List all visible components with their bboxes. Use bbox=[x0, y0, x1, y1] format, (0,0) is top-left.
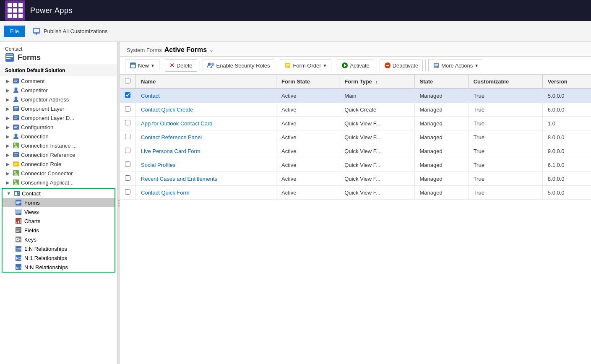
sidebar-item-competitor[interactable]: ▶ Competitor bbox=[0, 86, 117, 95]
row-form-type-cell: Quick Create bbox=[339, 103, 414, 117]
table-row[interactable]: Contact Reference PanelActiveQuick View … bbox=[120, 130, 591, 144]
select-all-checkbox-col[interactable] bbox=[120, 75, 136, 88]
more-actions-dropdown-arrow[interactable]: ▼ bbox=[474, 63, 479, 68]
expand-icon[interactable]: ▶ bbox=[5, 143, 11, 148]
file-button[interactable]: File bbox=[4, 26, 25, 37]
toolbar-separator-5 bbox=[377, 60, 377, 71]
row-name-cell[interactable]: Contact Quick Create bbox=[136, 103, 276, 117]
svg-point-72 bbox=[211, 63, 214, 66]
publish-all-button[interactable]: Publish All Customizations bbox=[28, 25, 111, 38]
sidebar-child-keys[interactable]: Keys bbox=[3, 235, 115, 244]
sidebar-item-connection-reference[interactable]: ▶ Connection Reference bbox=[0, 150, 117, 159]
collapse-icon[interactable]: ▼ bbox=[6, 190, 12, 196]
apps-grid-icon[interactable] bbox=[5, 0, 25, 21]
row-checkbox[interactable] bbox=[125, 92, 130, 98]
row-checkbox[interactable] bbox=[125, 106, 130, 112]
col-state[interactable]: State bbox=[414, 75, 468, 88]
col-customizable[interactable]: Customizable bbox=[468, 75, 542, 88]
sidebar-child-views[interactable]: Views bbox=[3, 207, 115, 216]
expand-icon[interactable]: ▶ bbox=[5, 179, 11, 185]
table-row[interactable]: Social ProfilesActiveQuick View F...Mana… bbox=[120, 158, 591, 172]
new-dropdown-arrow[interactable]: ▼ bbox=[151, 63, 155, 68]
sidebar-item-label: Contact bbox=[22, 190, 111, 197]
row-name-cell[interactable]: Social Profiles bbox=[136, 158, 276, 172]
expand-icon[interactable]: ▶ bbox=[5, 133, 11, 139]
row-name-link[interactable]: Contact Quick Create bbox=[141, 107, 193, 113]
row-checkbox[interactable] bbox=[125, 161, 130, 167]
row-name-cell[interactable]: Live Persona Card Form bbox=[136, 144, 276, 158]
form-order-button[interactable]: Form Order ▼ bbox=[280, 60, 331, 71]
expand-icon[interactable]: ▶ bbox=[5, 115, 11, 121]
more-actions-label: More Actions bbox=[441, 62, 473, 69]
row-name-link[interactable]: Contact bbox=[141, 93, 160, 99]
activate-button[interactable]: Activate bbox=[337, 60, 374, 71]
expand-icon[interactable]: ▶ bbox=[5, 170, 11, 176]
col-name[interactable]: Name bbox=[136, 75, 276, 88]
col-version[interactable]: Version bbox=[542, 75, 591, 88]
more-actions-button[interactable]: More Actions ▼ bbox=[428, 60, 483, 71]
keys-icon bbox=[15, 236, 22, 243]
sidebar-item-connector-connector[interactable]: ▶ Connector Connector bbox=[0, 169, 117, 178]
table-row[interactable]: App for Outlook Contact CardActiveQuick … bbox=[120, 117, 591, 130]
row-checkbox[interactable] bbox=[125, 120, 130, 125]
expand-icon[interactable]: ▶ bbox=[5, 124, 11, 130]
table-row[interactable]: Recent Cases and EntitlementsActiveQuick… bbox=[120, 172, 591, 186]
enable-security-roles-button[interactable]: Enable Security Roles bbox=[203, 60, 275, 71]
expand-icon[interactable]: ▶ bbox=[5, 106, 11, 112]
sidebar-item-connection-instance[interactable]: ▶ Connection Instance ... bbox=[0, 141, 117, 150]
sidebar-item-connection[interactable]: ▶ Connection bbox=[0, 132, 117, 141]
entity-icon bbox=[13, 105, 19, 112]
sidebar-child-forms[interactable]: Forms bbox=[3, 198, 115, 207]
sidebar-item-comment[interactable]: ▶ Comment bbox=[0, 76, 117, 86]
row-name-cell[interactable]: Contact Reference Panel bbox=[136, 130, 276, 144]
svg-rect-58 bbox=[16, 231, 19, 232]
sidebar-item-consuming-applicat[interactable]: ▶ Consuming Applicat... bbox=[0, 178, 117, 187]
new-button[interactable]: New ▼ bbox=[125, 60, 159, 71]
sidebar-item-configuration[interactable]: ▶ Configuration bbox=[0, 122, 117, 132]
row-name-link[interactable]: Contact Reference Panel bbox=[141, 134, 202, 140]
row-checkbox[interactable] bbox=[125, 175, 130, 181]
sidebar-item-contact[interactable]: ▼ Contact bbox=[3, 189, 115, 198]
row-name-link[interactable]: App for Outlook Contact Card bbox=[141, 120, 213, 127]
col-form-state[interactable]: Form State bbox=[276, 75, 339, 88]
row-checkbox[interactable] bbox=[125, 134, 130, 139]
sidebar-item-component-layer-d[interactable]: ▶ Component Layer D... bbox=[0, 113, 117, 122]
select-all-checkbox[interactable] bbox=[125, 78, 130, 83]
deactivate-button[interactable]: Deactivate bbox=[380, 60, 423, 71]
table-row[interactable]: Contact Quick CreateActiveQuick CreateMa… bbox=[120, 103, 591, 117]
row-name-link[interactable]: Recent Cases and Entitlements bbox=[141, 176, 217, 182]
row-name-cell[interactable]: Contact Quick Form bbox=[136, 186, 276, 200]
sidebar: Contact Forms Solution Default Solution … bbox=[0, 42, 117, 364]
table-row[interactable]: Live Persona Card FormActiveQuick View F… bbox=[120, 144, 591, 158]
row-checkbox[interactable] bbox=[125, 148, 130, 153]
table-row[interactable]: ContactActiveMainManagedTrue5.0.0.0 bbox=[120, 88, 591, 103]
expand-icon[interactable]: ▶ bbox=[5, 96, 11, 102]
form-order-dropdown-arrow[interactable]: ▼ bbox=[323, 63, 327, 68]
row-name-cell[interactable]: Contact bbox=[136, 88, 276, 103]
row-name-cell[interactable]: App for Outlook Contact Card bbox=[136, 117, 276, 130]
sidebar-child-nn-relationships[interactable]: N:N N:N Relationships bbox=[3, 263, 115, 272]
sidebar-child-fields[interactable]: Fields bbox=[3, 226, 115, 235]
sidebar-item-component-layer[interactable]: ▶ Component Layer bbox=[0, 104, 117, 113]
sidebar-item-competitor-address[interactable]: ▶ Competitor Address bbox=[0, 95, 117, 104]
expand-icon[interactable]: ▶ bbox=[5, 152, 11, 158]
row-checkbox[interactable] bbox=[125, 189, 130, 195]
row-form-type-cell: Main bbox=[339, 88, 414, 103]
active-forms-dropdown-arrow[interactable]: ⌄ bbox=[209, 47, 213, 53]
row-version-cell: 5.0.0.0 bbox=[542, 88, 591, 103]
sidebar-item-connection-role[interactable]: ▶ Connection Role bbox=[0, 159, 117, 169]
expand-icon[interactable]: ▶ bbox=[5, 78, 11, 84]
row-name-cell[interactable]: Recent Cases and Entitlements bbox=[136, 172, 276, 186]
row-name-link[interactable]: Live Persona Card Form bbox=[141, 148, 200, 154]
row-name-link[interactable]: Contact Quick Form bbox=[141, 190, 190, 196]
expand-icon[interactable]: ▶ bbox=[5, 161, 11, 167]
delete-button[interactable]: ✕ Delete bbox=[165, 59, 197, 72]
sidebar-child-n1-relationships[interactable]: N:1 N:1 Relationships bbox=[3, 253, 115, 263]
sidebar-child-charts[interactable]: Charts bbox=[3, 216, 115, 226]
expand-icon[interactable]: ▶ bbox=[5, 87, 11, 93]
sidebar-child-1n-relationships[interactable]: 1:N 1:N Relationships bbox=[3, 244, 115, 253]
col-form-type[interactable]: Form Type ↑ bbox=[339, 75, 414, 88]
table-row[interactable]: Contact Quick FormActiveQuick View F...M… bbox=[120, 186, 591, 200]
row-name-link[interactable]: Social Profiles bbox=[141, 162, 175, 168]
role-icon bbox=[13, 161, 19, 167]
